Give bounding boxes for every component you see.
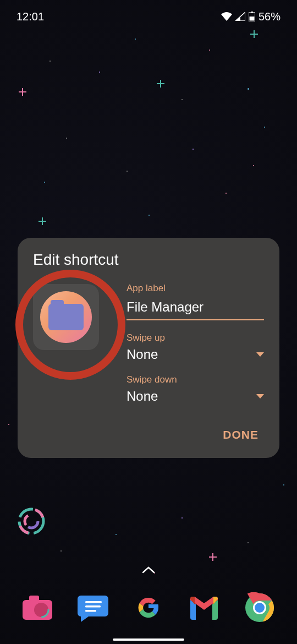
cellular-signal-icon bbox=[235, 12, 245, 21]
dock bbox=[0, 586, 297, 630]
chevron-down-icon bbox=[256, 352, 264, 357]
done-button[interactable]: DONE bbox=[217, 424, 264, 446]
dock-camera[interactable] bbox=[20, 590, 55, 625]
status-time: 12:01 bbox=[16, 10, 44, 23]
app-label-caption: App label bbox=[127, 283, 264, 294]
swipe-up-select[interactable]: None bbox=[127, 347, 264, 362]
svg-rect-2 bbox=[249, 17, 254, 21]
status-bar: 12:01 56% bbox=[0, 0, 297, 33]
edit-shortcut-dialog: Edit shortcut App label Swipe up None bbox=[18, 238, 279, 458]
swipe-up-value: None bbox=[127, 347, 158, 362]
svg-point-16 bbox=[255, 603, 265, 613]
dialog-title: Edit shortcut bbox=[33, 251, 264, 269]
status-right: 56% bbox=[221, 10, 280, 23]
wifi-icon bbox=[221, 12, 232, 21]
battery-icon bbox=[249, 12, 255, 21]
dock-messages[interactable] bbox=[75, 590, 111, 625]
annotation-circle bbox=[15, 270, 125, 380]
svg-rect-11 bbox=[85, 601, 102, 603]
svg-rect-8 bbox=[29, 596, 39, 601]
dock-chrome[interactable] bbox=[242, 590, 277, 625]
app-drawer-handle[interactable] bbox=[142, 566, 155, 576]
svg-rect-13 bbox=[85, 610, 96, 612]
svg-rect-12 bbox=[85, 605, 101, 608]
swipe-up-caption: Swipe up bbox=[127, 332, 264, 343]
app-label-input[interactable] bbox=[127, 297, 264, 320]
launcher-settings-icon[interactable] bbox=[16, 506, 46, 536]
dock-gmail[interactable] bbox=[186, 590, 222, 625]
swipe-down-select[interactable]: None bbox=[127, 389, 264, 404]
navigation-handle[interactable] bbox=[113, 638, 184, 641]
chevron-down-icon bbox=[256, 394, 264, 399]
swipe-down-value: None bbox=[127, 389, 158, 404]
swipe-down-caption: Swipe down bbox=[127, 374, 264, 385]
battery-percent: 56% bbox=[258, 10, 280, 23]
dock-google[interactable] bbox=[131, 590, 166, 625]
app-icon-container[interactable] bbox=[33, 281, 116, 416]
